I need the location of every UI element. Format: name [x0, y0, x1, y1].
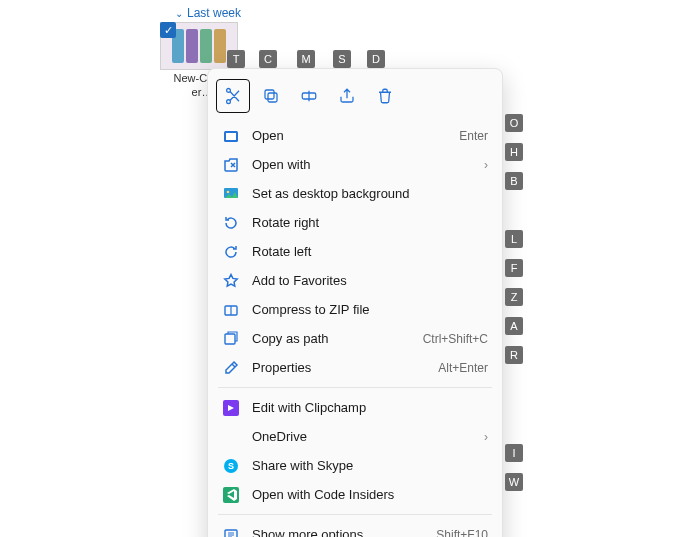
- access-key-hint: M: [297, 50, 315, 68]
- menu-item-open-with[interactable]: Open with›: [208, 150, 502, 179]
- access-key-hint: W: [505, 473, 523, 491]
- svg-rect-13: [225, 530, 237, 538]
- access-key-hint: T: [227, 50, 245, 68]
- access-key-hint: B: [505, 172, 523, 190]
- menu-item-add-to-favorites[interactable]: Add to Favorites: [208, 266, 502, 295]
- svg-rect-1: [265, 90, 274, 99]
- chevron-down-icon: ⌄: [175, 8, 183, 19]
- access-key-hint: I: [505, 444, 523, 462]
- scissors-icon: [224, 87, 242, 105]
- menu-item-rotate-right[interactable]: Rotate right: [208, 208, 502, 237]
- openwith-icon: [222, 156, 240, 174]
- access-key-hint: O: [505, 114, 523, 132]
- access-key-hint: C: [259, 50, 277, 68]
- svg-rect-0: [268, 93, 277, 102]
- access-key-hint: F: [505, 259, 523, 277]
- rename-icon: [300, 87, 318, 105]
- access-key-hint: D: [367, 50, 385, 68]
- context-menu: OpenEnterOpen with›Set as desktop backgr…: [207, 68, 503, 537]
- menu-item-label: Copy as path: [252, 331, 411, 346]
- more-icon: [222, 526, 240, 538]
- chevron-right-icon: ›: [484, 158, 488, 172]
- context-toolbar: [208, 75, 502, 121]
- copy-icon: [262, 87, 280, 105]
- rotleft-icon: [222, 243, 240, 261]
- menu-item-label: Compress to ZIP file: [252, 302, 488, 317]
- menu-item-label: Share with Skype: [252, 458, 488, 473]
- menu-item-label: Rotate left: [252, 244, 488, 259]
- menu-item-edit-with-clipchamp[interactable]: Edit with Clipchamp: [208, 393, 502, 422]
- menu-item-label: Edit with Clipchamp: [252, 400, 488, 415]
- menu-item-rotate-left[interactable]: Rotate left: [208, 237, 502, 266]
- access-key-hint: L: [505, 230, 523, 248]
- svg-rect-4: [226, 133, 236, 140]
- star-icon: [222, 272, 240, 290]
- zip-icon: [222, 301, 240, 319]
- menu-item-copy-as-path[interactable]: Copy as pathCtrl+Shift+C: [208, 324, 502, 353]
- cut-button[interactable]: [216, 79, 250, 113]
- svg-rect-8: [225, 334, 235, 344]
- copy-button[interactable]: [254, 79, 288, 113]
- group-header-last-week[interactable]: ⌄ Last week: [175, 6, 241, 20]
- menu-item-label: OneDrive: [252, 429, 472, 444]
- rotright-icon: [222, 214, 240, 232]
- menu-item-onedrive[interactable]: OneDrive›: [208, 422, 502, 451]
- clipchamp-icon: [222, 399, 240, 417]
- share-button[interactable]: [330, 79, 364, 113]
- menu-separator: [218, 514, 492, 515]
- menu-item-open[interactable]: OpenEnter: [208, 121, 502, 150]
- trash-icon: [376, 87, 394, 105]
- wallpaper-icon: [222, 185, 240, 203]
- menu-item-label: Properties: [252, 360, 426, 375]
- menu-item-shortcut: Ctrl+Shift+C: [423, 332, 488, 346]
- menu-item-label: Show more options: [252, 527, 424, 537]
- menu-item-compress-to-zip-file[interactable]: Compress to ZIP file: [208, 295, 502, 324]
- menu-item-label: Open: [252, 128, 447, 143]
- menu-item-open-with-code-insiders[interactable]: Open with Code Insiders: [208, 480, 502, 509]
- props-icon: [222, 359, 240, 377]
- copypath-icon: [222, 330, 240, 348]
- access-key-hint: H: [505, 143, 523, 161]
- blank-icon: [222, 428, 240, 446]
- menu-item-shortcut: Alt+Enter: [438, 361, 488, 375]
- access-key-hint: Z: [505, 288, 523, 306]
- group-header-label: Last week: [187, 6, 241, 20]
- open-icon: [222, 127, 240, 145]
- svg-point-6: [227, 190, 230, 193]
- menu-item-shortcut: Shift+F10: [436, 528, 488, 538]
- skype-icon: S: [222, 457, 240, 475]
- access-key-hint: R: [505, 346, 523, 364]
- menu-item-set-as-desktop-background[interactable]: Set as desktop background: [208, 179, 502, 208]
- svg-text:S: S: [228, 461, 234, 471]
- access-key-hint: S: [333, 50, 351, 68]
- menu-item-label: Set as desktop background: [252, 186, 488, 201]
- menu-item-properties[interactable]: PropertiesAlt+Enter: [208, 353, 502, 382]
- menu-item-label: Rotate right: [252, 215, 488, 230]
- menu-item-share-with-skype[interactable]: SShare with Skype: [208, 451, 502, 480]
- menu-item-label: Add to Favorites: [252, 273, 488, 288]
- access-key-hint: A: [505, 317, 523, 335]
- share-icon: [338, 87, 356, 105]
- vscode-icon: [222, 486, 240, 504]
- check-icon: ✓: [160, 22, 176, 38]
- menu-item-show-more-options[interactable]: Show more optionsShift+F10: [208, 520, 502, 537]
- chevron-right-icon: ›: [484, 430, 488, 444]
- rename-button[interactable]: [292, 79, 326, 113]
- menu-item-label: Open with Code Insiders: [252, 487, 488, 502]
- menu-item-label: Open with: [252, 157, 472, 172]
- menu-item-shortcut: Enter: [459, 129, 488, 143]
- delete-button[interactable]: [368, 79, 402, 113]
- menu-separator: [218, 387, 492, 388]
